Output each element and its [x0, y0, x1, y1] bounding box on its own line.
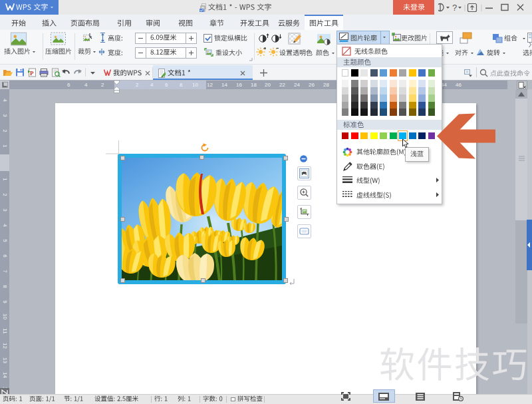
svg-text:P: P — [30, 70, 34, 77]
svg-text:?: ? — [452, 3, 457, 13]
